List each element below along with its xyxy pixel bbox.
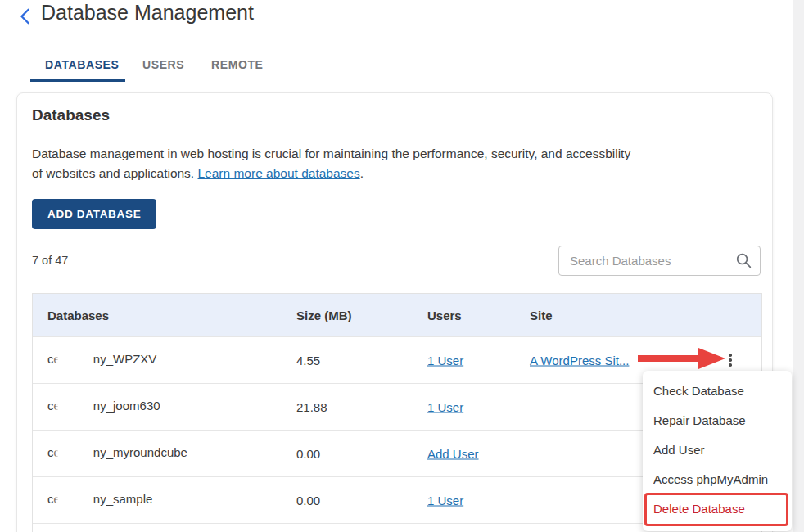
column-header-size: Size (MB) [296, 309, 352, 322]
back-button[interactable] [16, 7, 34, 25]
page-title: Database Management [41, 1, 254, 25]
chevron-left-icon [16, 7, 34, 25]
users-link[interactable]: 1 User [427, 354, 463, 367]
menu-item-access-phpmyadmin[interactable]: Access phpMyAdmin [643, 465, 792, 494]
menu-item-add-user[interactable]: Add User [643, 435, 792, 465]
table-header-row: Databases Size (MB) Users Site [33, 294, 761, 336]
menu-item-delete-database[interactable]: Delete Database [643, 494, 792, 524]
scrollbar-track[interactable] [793, 0, 804, 532]
menu-item-check-database[interactable]: Check Database [643, 376, 792, 406]
database-size: 0.00 [296, 447, 320, 461]
database-size: 0.00 [296, 494, 320, 507]
card-heading: Databases [32, 106, 110, 124]
redaction-overlay [58, 399, 96, 415]
column-header-site: Site [530, 309, 553, 322]
database-management-page: Database Management DATABASES USERS REMO… [0, 0, 804, 532]
description-period: . [360, 166, 364, 180]
card-description: Database management in web hosting is cr… [32, 144, 644, 183]
database-size: 21.88 [296, 400, 327, 414]
search-icon[interactable] [735, 252, 752, 269]
column-header-databases: Databases [47, 309, 109, 322]
database-name: ceny_myroundcube [47, 445, 187, 462]
site-link[interactable]: A WordPress Sit... [530, 354, 629, 367]
users-link[interactable]: 1 User [427, 494, 463, 507]
tab-users[interactable]: USERS [142, 58, 184, 71]
search-input[interactable] [558, 246, 761, 276]
add-user-link[interactable]: Add User [427, 447, 479, 461]
database-size: 4.55 [296, 354, 320, 367]
tab-databases[interactable]: DATABASES [45, 58, 119, 71]
add-database-button[interactable]: ADD DATABASE [32, 199, 156, 229]
search-box [558, 246, 761, 276]
redaction-overlay [58, 446, 96, 462]
result-count: 7 of 47 [32, 254, 68, 267]
database-name: ceny_joom630 [47, 399, 160, 415]
learn-more-link[interactable]: Learn more about databases [197, 166, 359, 180]
users-link[interactable]: 1 User [427, 400, 463, 414]
database-name: ceny_WPZXV [47, 352, 156, 368]
column-header-users: Users [427, 309, 462, 322]
active-tab-underline [30, 79, 125, 82]
row-actions-kebab-icon[interactable] [725, 352, 736, 368]
tab-remote[interactable]: REMOTE [211, 58, 264, 71]
redaction-overlay [58, 493, 96, 508]
menu-item-repair-database[interactable]: Repair Database [643, 406, 792, 435]
redaction-overlay [58, 353, 96, 368]
row-actions-menu: Check Database Repair Database Add User … [643, 371, 792, 531]
database-name: ceny_sample [47, 492, 152, 508]
